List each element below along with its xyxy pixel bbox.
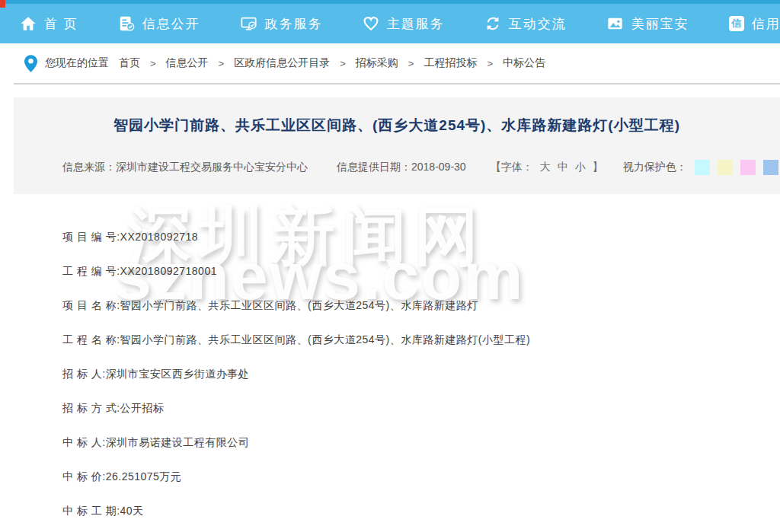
nav-item-credit[interactable]: 信 信用宝安	[729, 15, 780, 33]
field-tender-method: 招 标 方 式:公开招标	[62, 403, 757, 414]
corner-red-marker	[0, 0, 5, 8]
eye-protect-color-swatch-yellow[interactable]	[718, 160, 733, 175]
heart-icon	[363, 15, 379, 32]
breadcrumb-item-project-bids[interactable]: 工程招投标	[424, 56, 477, 70]
field-winning-price: 中 标 价:26.251075万元	[62, 471, 757, 483]
nav-item-home[interactable]: 首 页	[20, 15, 78, 33]
picture-icon	[606, 15, 624, 32]
breadcrumb-separator: >	[340, 58, 346, 69]
breadcrumb: 您现在的位置 首页 > 信息公开 > 区政府信息公开目录 > 招标采购 > 工程…	[0, 43, 780, 83]
breadcrumb-trail: 您现在的位置 首页 > 信息公开 > 区政府信息公开目录 > 招标采购 > 工程…	[45, 56, 545, 70]
font-size-small-button[interactable]: 小	[575, 161, 586, 174]
field-winning-bidder: 中 标 人:深圳市易诺建设工程有限公司	[62, 437, 757, 448]
eye-protect-color-swatch-blue[interactable]	[763, 160, 778, 175]
eye-protect-control: 视力保护色：	[623, 160, 778, 175]
field-works-name: 工 程 名 称:智园小学门前路、共乐工业区区间路、(西乡大道254号)、水库路新…	[62, 334, 757, 346]
nav-item-label: 信用宝安	[752, 15, 780, 33]
field-project-number: 项 目 编 号:XX2018092718	[62, 231, 757, 243]
breadcrumb-separator: >	[408, 58, 414, 69]
nav-item-theme-services[interactable]: 主题服务	[363, 15, 445, 33]
font-size-bracket-close: 】	[593, 161, 603, 174]
field-works-number: 工 程 编 号:XX2018092718001	[62, 266, 757, 277]
home-icon	[20, 15, 37, 32]
gov-services-icon	[240, 15, 257, 32]
breadcrumb-separator: >	[150, 58, 156, 69]
nav-item-label: 美丽宝安	[631, 15, 689, 33]
info-date-value: 2018-09-30	[411, 161, 466, 173]
eye-protect-color-swatch-cyan[interactable]	[695, 160, 710, 175]
nav-item-label: 首 页	[44, 15, 78, 33]
page: 首 页 信息公开	[0, 0, 780, 532]
article-meta-row: 信息来源：深圳市建设工程交易服务中心宝安分中心 信息提供日期：2018-09-3…	[14, 160, 780, 175]
nav-item-label: 政务服务	[265, 15, 323, 33]
location-pin-icon	[24, 55, 37, 72]
info-date-label: 信息提供日期：	[337, 161, 411, 173]
nav-item-label: 互动交流	[509, 15, 567, 33]
article-body: 项 目 编 号:XX2018092718 工 程 编 号:XX201809271…	[0, 194, 780, 532]
credit-xin-icon: 信	[729, 16, 744, 31]
info-source: 信息来源：深圳市建设工程交易服务中心宝安分中心	[62, 161, 308, 174]
breadcrumb-item-award-notice[interactable]: 中标公告	[503, 56, 545, 70]
info-date: 信息提供日期：2018-09-30	[337, 161, 466, 174]
field-project-name: 项 目 名 称:智园小学门前路、共乐工业区区间路、(西乡大道254号)、水库路新…	[62, 300, 757, 311]
breadcrumb-separator: >	[487, 58, 493, 69]
font-size-control: 【字体： 大 中 小 】	[491, 161, 603, 174]
nav-item-label: 主题服务	[387, 15, 445, 33]
refresh-arrows-icon	[484, 15, 501, 32]
field-tenderer: 招 标 人:深圳市宝安区西乡街道办事处	[62, 368, 757, 380]
info-source-value: 深圳市建设工程交易服务中心宝安分中心	[116, 161, 308, 173]
nav-item-gov-services[interactable]: 政务服务	[240, 15, 323, 33]
info-disclosure-icon	[118, 15, 135, 32]
font-size-large-button[interactable]: 大	[540, 161, 551, 174]
nav-item-label: 信息公开	[142, 15, 200, 33]
breadcrumb-item-info[interactable]: 信息公开	[166, 56, 209, 70]
eye-protect-label: 视力保护色：	[623, 161, 687, 174]
nav-item-interaction[interactable]: 互动交流	[484, 15, 567, 33]
breadcrumb-item-bidding[interactable]: 招标采购	[356, 56, 398, 70]
nav-item-beautiful-baoan[interactable]: 美丽宝安	[606, 15, 689, 33]
nav-items: 首 页 信息公开	[0, 4, 780, 43]
page-title: 智园小学门前路、共乐工业区区间路、(西乡大道254号)、水库路新建路灯(小型工程…	[14, 116, 780, 135]
breadcrumb-item-directory[interactable]: 区政府信息公开目录	[234, 56, 330, 70]
info-source-label: 信息来源：	[62, 161, 116, 173]
field-duration: 中 标 工 期:40天	[62, 505, 757, 517]
top-navbar: 首 页 信息公开	[0, 0, 780, 43]
eye-protect-color-swatch-pink[interactable]	[740, 160, 756, 175]
font-size-medium-button[interactable]: 中	[558, 161, 568, 174]
article-header-panel: 智园小学门前路、共乐工业区区间路、(西乡大道254号)、水库路新建路灯(小型工程…	[14, 97, 780, 194]
breadcrumb-divider	[14, 83, 780, 84]
breadcrumb-prefix: 您现在的位置	[45, 56, 109, 70]
breadcrumb-item-home[interactable]: 首页	[119, 56, 140, 70]
nav-item-info-disclosure[interactable]: 信息公开	[118, 15, 200, 33]
breadcrumb-separator: >	[219, 58, 225, 69]
font-size-bracket-open: 【字体：	[491, 161, 533, 174]
